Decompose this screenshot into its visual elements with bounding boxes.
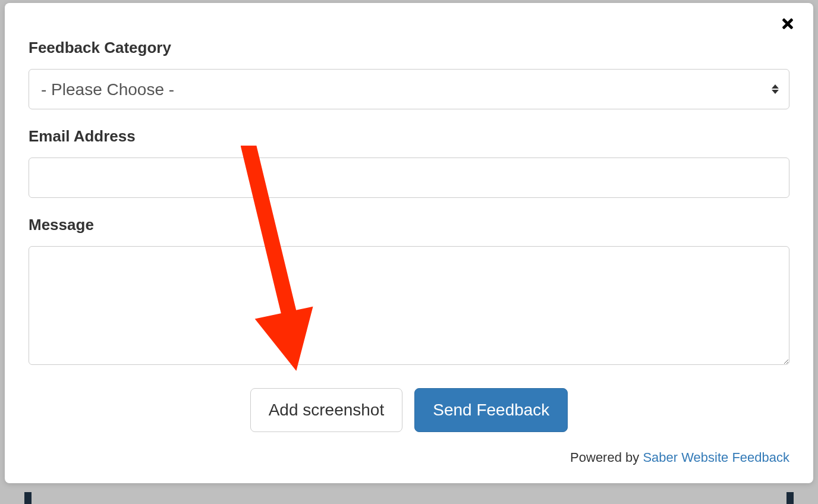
footer-link[interactable]: Saber Website Feedback bbox=[643, 450, 789, 465]
email-input[interactable] bbox=[29, 158, 789, 198]
category-label: Feedback Category bbox=[29, 39, 789, 57]
send-feedback-button[interactable]: Send Feedback bbox=[414, 388, 568, 432]
add-screenshot-button[interactable]: Add screenshot bbox=[250, 388, 403, 432]
category-select-wrapper: - Please Choose - bbox=[29, 69, 789, 109]
button-row: Add screenshot Send Feedback bbox=[29, 388, 789, 432]
category-group: Feedback Category - Please Choose - bbox=[29, 39, 789, 109]
category-select[interactable]: - Please Choose - bbox=[29, 69, 789, 109]
close-icon bbox=[780, 16, 795, 32]
footer-prefix: Powered by bbox=[570, 450, 643, 465]
message-textarea[interactable] bbox=[29, 246, 789, 365]
email-group: Email Address bbox=[29, 127, 789, 198]
close-button[interactable] bbox=[780, 14, 795, 35]
message-group: Message bbox=[29, 216, 789, 367]
message-label: Message bbox=[29, 216, 789, 234]
email-label: Email Address bbox=[29, 127, 789, 146]
feedback-modal: Feedback Category - Please Choose - Emai… bbox=[5, 3, 813, 483]
footer-credit: Powered by Saber Website Feedback bbox=[29, 450, 789, 465]
